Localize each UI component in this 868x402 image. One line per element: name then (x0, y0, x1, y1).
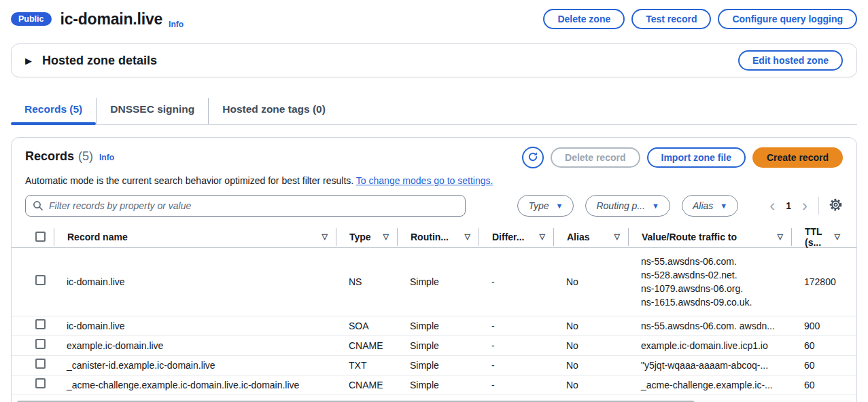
title-info-link[interactable]: Info (169, 20, 184, 31)
column-type: Type▽ (336, 228, 397, 246)
sort-icon[interactable]: ▽ (614, 232, 628, 241)
tab-records[interactable]: Records (5) (11, 98, 96, 124)
sort-icon[interactable]: ▽ (465, 232, 479, 241)
row-checkbox[interactable] (35, 359, 46, 369)
edit-hosted-zone-button[interactable]: Edit hosted zone (738, 50, 843, 71)
sort-icon[interactable]: ▽ (778, 232, 791, 241)
preferences-button[interactable] (829, 198, 843, 214)
chevron-down-icon: ▼ (652, 202, 659, 210)
routing-cell: Simple (397, 319, 479, 333)
page-title: ic-domain.live (60, 10, 163, 29)
value-cell: example.ic-domain.live.icp1.io (628, 339, 791, 352)
row-checkbox-cell (25, 339, 54, 352)
record-name-cell: _acme-challenge.example.ic-domain.live.i… (54, 378, 336, 392)
column-label: Value/Route traffic to (642, 232, 737, 242)
ttl-cell: 900 (791, 319, 848, 333)
routing-policy-filter-dropdown[interactable]: Routing p... ▼ (585, 195, 670, 217)
alias-cell: No (553, 319, 628, 333)
sort-icon[interactable]: ▽ (540, 232, 553, 241)
delete-zone-button[interactable]: Delete zone (543, 9, 625, 29)
row-checkbox[interactable] (35, 319, 46, 329)
tab-dnssec-signing[interactable]: DNSSEC signing (96, 98, 208, 124)
ttl-cell: 60 (791, 359, 848, 372)
records-count: (5) (78, 149, 93, 164)
previous-page-icon[interactable]: ‹ (765, 198, 779, 214)
row-checkbox[interactable] (35, 275, 46, 285)
create-record-button[interactable]: Create record (752, 147, 843, 168)
records-panel-header: Records (5) Info Delete record Import zo… (12, 138, 856, 168)
sort-icon[interactable]: ▽ (322, 232, 336, 241)
type-cell: TXT (336, 359, 397, 372)
current-page-number[interactable]: 1 (779, 200, 798, 211)
alias-filter-label: Alias (693, 200, 713, 211)
refresh-icon (527, 151, 538, 164)
import-zone-file-button[interactable]: Import zone file (647, 147, 746, 168)
column-label: Routin... (411, 232, 449, 242)
record-name-cell: example.ic-domain.live (54, 339, 336, 352)
table-body: ic-domain.live NS Simple - No ns-55.awsd… (12, 248, 856, 395)
ttl-cell: 60 (791, 378, 848, 392)
value-cell: _acme-challenge.example.ic-... (628, 378, 791, 392)
differentiator-cell: - (479, 339, 553, 352)
sort-icon[interactable]: ▽ (835, 232, 848, 241)
table-header-row: Record name▽ Type▽ Routin...▽ Differ...▽… (12, 226, 856, 248)
select-all-checkbox[interactable] (35, 232, 46, 242)
table-row[interactable]: ic-domain.live SOA Simple - No ns-55.aws… (12, 316, 856, 336)
differentiator-cell: - (479, 378, 553, 392)
sort-icon[interactable]: ▽ (383, 232, 397, 241)
column-label: Record name (67, 232, 128, 242)
records-panel: Records (5) Info Delete record Import zo… (11, 137, 857, 402)
search-icon (33, 200, 44, 214)
tab-hosted-zone-tags[interactable]: Hosted zone tags (0) (208, 98, 339, 124)
page-header: Public ic-domain.live Info Delete zone T… (11, 7, 857, 31)
table-row[interactable]: example.ic-domain.live CNAME Simple - No… (12, 336, 856, 356)
value-line: ns-1615.awsdns-09.co.uk. (641, 295, 791, 309)
header-checkbox-cell (25, 228, 54, 246)
records-info-link[interactable]: Info (99, 153, 114, 164)
test-record-button[interactable]: Test record (631, 9, 711, 29)
differentiator-cell: - (479, 275, 553, 289)
delete-record-button[interactable]: Delete record (551, 147, 640, 168)
row-checkbox-cell (25, 319, 54, 333)
refresh-button[interactable] (522, 147, 544, 168)
configure-query-logging-button[interactable]: Configure query logging (718, 9, 857, 29)
row-checkbox[interactable] (35, 378, 46, 388)
routing-cell: Simple (397, 275, 479, 289)
column-alias: Alias▽ (553, 228, 628, 246)
filter-records-input[interactable] (25, 195, 466, 217)
alias-cell: No (553, 359, 628, 372)
gear-icon (829, 198, 843, 214)
search-mode-text: Automatic mode is the current search beh… (25, 175, 353, 186)
toolbar-divider (818, 197, 819, 215)
filter-toolbar: Type ▼ Routing p... ▼ Alias ▼ ‹ 1 › (12, 195, 856, 217)
records-actions: Delete record Import zone file Create re… (522, 147, 843, 168)
hosted-zone-details-toggle[interactable]: ▶ Hosted zone details (25, 54, 157, 68)
column-differentiator: Differ...▽ (479, 228, 553, 246)
chevron-down-icon: ▼ (556, 202, 563, 210)
differentiator-cell: - (479, 319, 553, 333)
value-line: ns-1079.awsdns-06.org. (641, 282, 791, 295)
row-checkbox-cell (25, 359, 54, 372)
row-checkbox[interactable] (35, 339, 46, 349)
hosted-zone-details-panel: ▶ Hosted zone details Edit hosted zone (11, 43, 857, 77)
public-badge: Public (11, 12, 52, 26)
routing-policy-filter-label: Routing p... (596, 200, 645, 211)
change-modes-settings-link[interactable]: To change modes go to settings. (356, 175, 493, 186)
table-row[interactable]: _acme-challenge.example.ic-domain.live.i… (12, 376, 856, 395)
records-title: Records (25, 149, 74, 164)
pagination: ‹ 1 › (765, 198, 812, 214)
row-checkbox-cell (25, 378, 54, 392)
column-label: Type (349, 232, 371, 242)
caret-right-icon[interactable]: ▶ (25, 56, 32, 66)
column-record-name: Record name▽ (54, 228, 336, 246)
header-actions: Delete zone Test record Configure query … (543, 9, 857, 29)
type-cell: SOA (336, 319, 397, 333)
next-page-icon[interactable]: › (798, 198, 812, 214)
filter-controls: Type ▼ Routing p... ▼ Alias ▼ ‹ 1 › (517, 195, 843, 217)
records-table: Record name▽ Type▽ Routin...▽ Differ...▽… (12, 226, 856, 395)
column-ttl: TTL (s...▽ (791, 228, 848, 246)
alias-filter-dropdown[interactable]: Alias ▼ (682, 195, 738, 217)
table-row[interactable]: _canister-id.example.ic-domain.live TXT … (12, 356, 856, 376)
type-filter-dropdown[interactable]: Type ▼ (517, 195, 574, 217)
table-row[interactable]: ic-domain.live NS Simple - No ns-55.awsd… (12, 248, 856, 316)
